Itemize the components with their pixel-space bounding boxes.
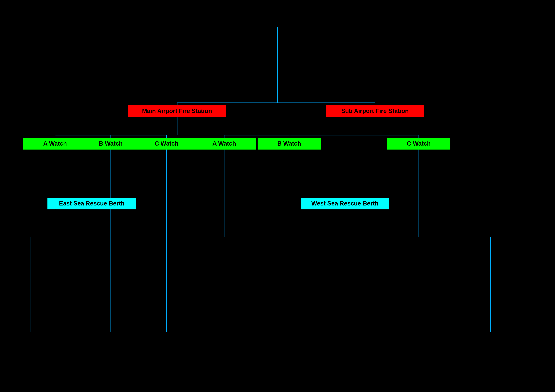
sub-b-watch: B Watch bbox=[258, 138, 321, 150]
connector-lines bbox=[0, 0, 555, 392]
sub-a-watch: A Watch bbox=[193, 138, 256, 150]
sub-c-watch: C Watch bbox=[387, 138, 450, 150]
sub-airport-fire-station: Sub Airport Fire Station bbox=[326, 105, 424, 117]
west-sea-rescue-berth: West Sea Rescue Berth bbox=[301, 198, 389, 209]
org-chart: Main Airport Fire Station Sub Airport Fi… bbox=[0, 0, 555, 392]
main-a-watch: A Watch bbox=[23, 138, 87, 150]
east-sea-rescue-berth: East Sea Rescue Berth bbox=[47, 198, 136, 209]
main-b-watch: B Watch bbox=[79, 138, 142, 150]
main-airport-fire-station: Main Airport Fire Station bbox=[128, 105, 226, 117]
main-c-watch: C Watch bbox=[135, 138, 198, 150]
